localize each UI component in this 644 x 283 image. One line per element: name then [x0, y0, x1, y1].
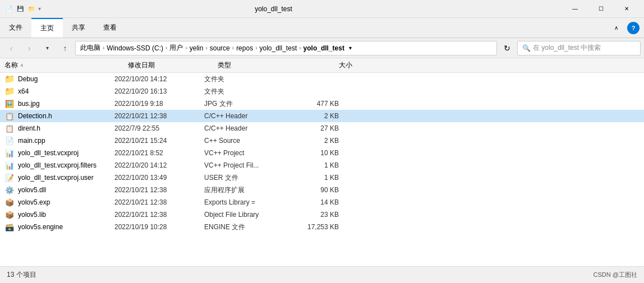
forward-button[interactable]: › — [21, 40, 37, 56]
file-icon-engine: 🗃️ — [4, 222, 15, 232]
recent-locations-button[interactable]: ▾ — [39, 40, 55, 56]
file-size: 1 KB — [294, 174, 339, 182]
tab-file[interactable]: 文件 — [0, 18, 31, 38]
tab-home[interactable]: 主页 — [31, 18, 63, 38]
file-name: yolov5.exp — [18, 198, 50, 206]
file-type: ENGINE 文件 — [204, 222, 294, 232]
file-name: yolov5.lib — [18, 211, 46, 219]
table-row[interactable]: 📋 dirent.h 2022/7/9 22:55 C/C++ Header 2… — [0, 122, 644, 134]
watermark: CSDN @工图社 — [594, 271, 637, 279]
file-date: 2022/10/19 9:18 — [114, 100, 204, 108]
file-name: dirent.h — [18, 124, 40, 132]
col-header-size[interactable]: 大小 — [307, 61, 352, 70]
file-count: 13 个项目 — [7, 270, 36, 280]
table-row[interactable]: 📄 main.cpp 2022/10/21 15:24 C++ Source 2… — [0, 134, 644, 147]
nav-bar: ‹ › ▾ ↑ 此电脑 › Windows-SSD (C:) › 用户 › ye… — [0, 38, 644, 58]
file-icon-header: 📋 — [4, 111, 15, 121]
file-icon-folder: 📁 — [4, 86, 15, 96]
file-date: 2022/10/19 10:28 — [114, 223, 204, 231]
table-row[interactable]: 📊 yolo_dll_test.vcxproj 2022/10/21 8:52 … — [0, 147, 644, 159]
file-icon-jpg: 🖼️ — [4, 99, 15, 109]
table-row[interactable]: 📊 yolo_dll_test.vcxproj.filters 2022/10/… — [0, 159, 644, 171]
table-row[interactable]: 🗃️ yolov5s.engine 2022/10/19 10:28 ENGIN… — [0, 221, 644, 233]
file-icon-vcxproj: 📊 — [4, 148, 15, 158]
search-placeholder: 在 yolo_dll_test 中搜索 — [533, 43, 601, 53]
search-icon: 🔍 — [522, 44, 531, 52]
breadcrumb-source[interactable]: source — [210, 44, 230, 52]
file-size: 17,253 KB — [294, 223, 339, 231]
minimize-button[interactable]: — — [562, 0, 588, 18]
file-icon-folder: 📁 — [4, 74, 15, 84]
file-type: 文件夹 — [204, 75, 294, 84]
file-size: 1 KB — [294, 161, 339, 169]
file-list-header: 名称 ∧ 修改日期 类型 大小 — [0, 58, 644, 73]
file-type: 应用程序扩展 — [204, 185, 294, 195]
file-type: USER 文件 — [204, 173, 294, 183]
file-icon-user: 📝 — [4, 173, 15, 183]
file-size: 477 KB — [294, 100, 339, 108]
file-icon-exp: 📦 — [4, 197, 15, 207]
file-type: JPG 文件 — [204, 99, 294, 109]
col-header-name[interactable]: 名称 ∧ — [4, 61, 128, 70]
table-row[interactable]: ⚙️ yolov5.dll 2022/10/21 12:38 应用程序扩展 90… — [0, 184, 644, 196]
tab-view[interactable]: 查看 — [94, 18, 126, 38]
up-button[interactable]: ↑ — [57, 40, 73, 56]
file-date: 2022/10/21 12:38 — [114, 211, 204, 219]
refresh-button[interactable]: ↻ — [499, 41, 515, 55]
file-date: 2022/10/20 14:12 — [114, 161, 204, 169]
breadcrumb-repo[interactable]: yolo_dll_test — [260, 44, 297, 52]
file-type: VC++ Project Fil... — [204, 161, 294, 169]
table-row[interactable]: 📦 yolov5.lib 2022/10/21 12:38 Object Fil… — [0, 208, 644, 221]
file-date: 2022/7/9 22:55 — [114, 124, 204, 132]
file-date: 2022/10/21 15:24 — [114, 137, 204, 145]
maximize-button[interactable]: ☐ — [588, 0, 614, 18]
ribbon-expand[interactable]: ∧ — [610, 18, 623, 38]
table-row[interactable]: 🖼️ bus.jpg 2022/10/19 9:18 JPG 文件 477 KB — [0, 98, 644, 110]
file-icon-lib: 📦 — [4, 210, 15, 220]
breadcrumb-yelin[interactable]: yelin — [190, 44, 204, 52]
table-row[interactable]: 📦 yolov5.exp 2022/10/21 12:38 Exports Li… — [0, 196, 644, 208]
file-name-cell: 📄 main.cpp — [4, 136, 114, 146]
file-name-cell: ⚙️ yolov5.dll — [4, 185, 114, 195]
file-name: yolo_dll_test.vcxproj.user — [18, 174, 94, 182]
breadcrumb-users[interactable]: 用户 — [169, 43, 183, 53]
file-name-cell: 📦 yolov5.lib — [4, 210, 114, 220]
table-row[interactable]: 📁 Debug 2022/10/20 14:12 文件夹 — [0, 73, 644, 85]
file-rows-container: 📁 Debug 2022/10/20 14:12 文件夹 📁 x64 2022/… — [0, 73, 644, 233]
file-date: 2022/10/20 14:12 — [114, 75, 204, 83]
table-row[interactable]: 📋 Detection.h 2022/10/21 12:38 C/C++ Hea… — [0, 110, 644, 122]
breadcrumb-dropdown[interactable]: ▾ — [349, 45, 352, 51]
file-list: 名称 ∧ 修改日期 类型 大小 📁 Debug 2022/10/20 14:12… — [0, 58, 644, 266]
file-type: Exports Library = — [204, 198, 294, 206]
breadcrumb-drive[interactable]: Windows-SSD (C:) — [107, 44, 163, 52]
search-bar[interactable]: 🔍 在 yolo_dll_test 中搜索 — [517, 41, 641, 55]
table-row[interactable]: 📁 x64 2022/10/20 16:13 文件夹 — [0, 85, 644, 98]
window-controls: — ☐ ✕ — [562, 0, 640, 18]
file-date: 2022/10/20 13:49 — [114, 174, 204, 182]
file-size: 2 KB — [294, 112, 339, 120]
file-size: 27 KB — [294, 124, 339, 132]
file-name-cell: 📁 Debug — [4, 74, 114, 84]
back-button[interactable]: ‹ — [3, 40, 19, 56]
close-button[interactable]: ✕ — [614, 0, 640, 18]
file-date: 2022/10/20 16:13 — [114, 87, 204, 95]
file-size: 90 KB — [294, 186, 339, 194]
main-content: 名称 ∧ 修改日期 类型 大小 📁 Debug 2022/10/20 14:12… — [0, 58, 644, 266]
table-row[interactable]: 📝 yolo_dll_test.vcxproj.user 2022/10/20 … — [0, 171, 644, 184]
window-title: yolo_dll_test — [0, 5, 562, 13]
file-name-cell: 📊 yolo_dll_test.vcxproj.filters — [4, 160, 114, 170]
breadcrumb-pc[interactable]: 此电脑 — [80, 43, 100, 53]
breadcrumb-current[interactable]: yolo_dll_test — [303, 44, 344, 52]
breadcrumb-repos[interactable]: repos — [236, 44, 253, 52]
file-date: 2022/10/21 12:38 — [114, 198, 204, 206]
breadcrumb[interactable]: 此电脑 › Windows-SSD (C:) › 用户 › yelin › so… — [75, 41, 497, 55]
file-icon-dll: ⚙️ — [4, 185, 15, 195]
help-button[interactable]: ? — [627, 22, 640, 34]
file-name-cell: 📊 yolo_dll_test.vcxproj — [4, 148, 114, 158]
file-name: bus.jpg — [18, 100, 40, 108]
file-name: x64 — [18, 87, 29, 95]
col-header-date[interactable]: 修改日期 — [128, 61, 218, 70]
file-icon-header: 📋 — [4, 123, 15, 133]
tab-share[interactable]: 共享 — [63, 18, 94, 38]
col-header-type[interactable]: 类型 — [218, 61, 307, 70]
